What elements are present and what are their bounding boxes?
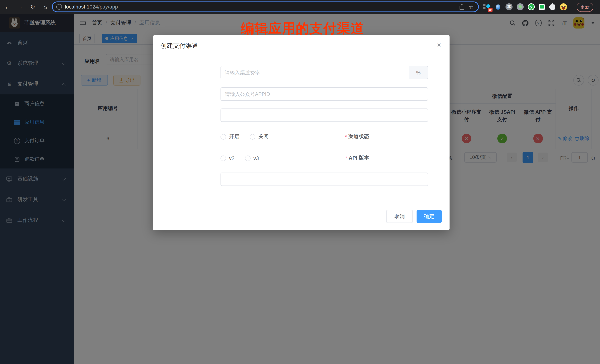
radio-icon [245, 155, 251, 161]
extensions-row: 10 ⌘ y [483, 0, 567, 14]
dialog-title: 创建支付渠道 [160, 41, 198, 50]
extension-pinned-icon[interactable]: 10 [483, 3, 490, 10]
extensions-puzzle-icon[interactable] [549, 3, 556, 10]
form-row-merchant-no: 商户号 [153, 109, 450, 122]
annotation-text: 编辑应用的支付渠道 [241, 20, 364, 38]
radio-icon [221, 134, 226, 139]
extension-balloon-icon[interactable] [494, 3, 501, 10]
radio-icon [221, 155, 226, 161]
radio-status-closed[interactable]: 关闭 [250, 133, 269, 140]
share-icon[interactable] [459, 4, 464, 10]
address-bar[interactable]: i localhost:1024/pay/app ☆ [52, 1, 479, 12]
extension-y-icon[interactable]: y [528, 3, 535, 10]
extension-badge: 10 [488, 8, 493, 12]
form-row-api-version: API 版本 v2 v3 [153, 151, 450, 165]
create-payment-channel-dialog: 创建支付渠道 ✕ 渠道费率 % 公众号APPID 商户号 渠道状态 [153, 35, 450, 230]
dialog-close-icon[interactable]: ✕ [437, 42, 441, 48]
dialog-footer: 取消 确定 [386, 210, 442, 223]
radio-icon [250, 134, 255, 139]
radio-api-v3[interactable]: v3 [245, 155, 259, 161]
form-row-appid: 公众号APPID [153, 87, 450, 101]
confirm-button[interactable]: 确定 [417, 210, 442, 223]
browser-reload-icon[interactable]: ↻ [28, 2, 38, 12]
form-row-remark: 备注 [153, 173, 450, 186]
browser-back-icon[interactable]: ← [2, 2, 13, 12]
merchant-no-input[interactable] [221, 109, 428, 122]
extension-chat-icon[interactable] [539, 4, 545, 10]
browser-menu-icon[interactable]: ⋮ [594, 4, 600, 10]
fee-rate-input-inner[interactable] [221, 66, 409, 79]
browser-chrome: ← → ↻ ⌂ i localhost:1024/pay/app ☆ 10 ⌘ … [0, 0, 600, 14]
browser-forward-icon[interactable]: → [15, 2, 25, 12]
extension-recorder-icon[interactable] [517, 3, 524, 10]
fee-rate-input[interactable]: % [221, 66, 428, 79]
url-text[interactable]: localhost:1024/pay/app [65, 4, 118, 10]
cancel-button[interactable]: 取消 [386, 210, 413, 223]
screen: ← → ↻ ⌂ i localhost:1024/pay/app ☆ 10 ⌘ … [0, 0, 600, 364]
radio-api-v2[interactable]: v2 [221, 155, 234, 161]
site-info-icon[interactable]: i [56, 4, 62, 10]
form-row-fee-rate: 渠道费率 % [153, 66, 450, 79]
bookmark-star-icon[interactable]: ☆ [469, 3, 474, 10]
browser-profile-avatar[interactable] [560, 3, 567, 10]
browser-home-icon[interactable]: ⌂ [40, 2, 50, 12]
radio-status-open[interactable]: 开启 [221, 133, 239, 140]
remark-input[interactable] [221, 173, 428, 186]
browser-update-button[interactable]: 更新 [577, 3, 593, 12]
extension-command-icon[interactable]: ⌘ [506, 3, 513, 10]
percent-suffix: % [409, 66, 428, 79]
form-row-channel-status: 渠道状态 开启 关闭 [153, 130, 450, 143]
appid-input[interactable] [221, 87, 428, 101]
